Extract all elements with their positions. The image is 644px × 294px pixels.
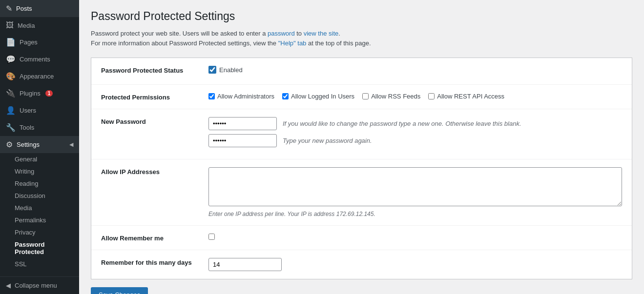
- submenu-general[interactable]: General: [0, 153, 79, 165]
- allow-logged-label[interactable]: Allow Logged In Users: [291, 93, 354, 100]
- status-label: Password Protected Status: [101, 66, 208, 74]
- remember-me-value: [208, 234, 622, 241]
- permission-allow-admins: Allow Administrators: [208, 93, 274, 100]
- settings-submenu: General Writing Reading Discussion Media…: [0, 153, 79, 270]
- description-line1: Password protect your web site. Users wi…: [91, 30, 340, 37]
- allow-admins-checkbox[interactable]: [208, 93, 215, 99]
- pages-icon: 📄: [6, 38, 16, 47]
- status-checkbox-row: Enabled: [208, 66, 622, 74]
- main-content: Password Protected Settings Password pro…: [79, 0, 644, 294]
- ip-addresses-value: Enter one IP address per line. Your IP i…: [208, 167, 622, 217]
- sidebar-item-label: Media: [18, 22, 35, 29]
- sidebar-item-posts[interactable]: ✎ Posts: [0, 0, 79, 17]
- remember-days-label: Remember for this many days: [101, 258, 208, 266]
- allow-admins-label[interactable]: Allow Administrators: [217, 93, 274, 100]
- sidebar-item-media[interactable]: 🖼 Media: [0, 17, 79, 34]
- users-icon: 👤: [6, 106, 16, 115]
- tools-icon: 🔧: [6, 123, 16, 132]
- submenu-privacy[interactable]: Privacy: [0, 226, 79, 238]
- settings-icon: ⚙: [6, 140, 13, 149]
- allow-rest-checkbox[interactable]: [428, 93, 435, 99]
- sidebar-item-comments[interactable]: 💬 Comments: [0, 51, 79, 68]
- new-password-input[interactable]: [208, 117, 277, 130]
- submenu-writing[interactable]: Writing: [0, 165, 79, 177]
- posts-icon: ✎: [6, 4, 12, 13]
- allow-logged-checkbox[interactable]: [282, 93, 289, 99]
- remember-days-input[interactable]: [208, 258, 282, 271]
- sidebar-item-users[interactable]: 👤 Users: [0, 102, 79, 119]
- password-confirm-row: Type your new password again.: [208, 134, 622, 147]
- allow-rest-label[interactable]: Allow REST API Access: [437, 93, 504, 100]
- sidebar-item-label: Plugins: [20, 90, 41, 97]
- sidebar-item-label: Settings: [17, 141, 40, 148]
- sidebar: ✎ Posts 🖼 Media 📄 Pages 💬 Comments 🎨 App…: [0, 0, 79, 294]
- submenu-ssl[interactable]: SSL: [0, 258, 79, 270]
- page-title: Password Protected Settings: [91, 10, 632, 23]
- new-password-label: New Password: [101, 117, 208, 125]
- permissions-value: Allow Administrators Allow Logged In Use…: [208, 93, 622, 100]
- sidebar-item-label: Users: [20, 107, 36, 114]
- remember-days-value: [208, 258, 622, 271]
- sidebar-item-appearance[interactable]: 🎨 Appearance: [0, 68, 79, 85]
- permissions-row: Protected Permissions Allow Administrato…: [91, 85, 632, 109]
- permission-allow-logged: Allow Logged In Users: [282, 93, 354, 100]
- settings-wrap: Password Protected Status Enabled Protec…: [91, 58, 632, 279]
- submenu-password-protected[interactable]: Password Protected: [0, 238, 79, 258]
- collapse-icon: ◀: [6, 282, 11, 289]
- settings-arrow-icon: ◀: [69, 141, 73, 148]
- confirm-password-input[interactable]: [208, 134, 277, 147]
- submenu-media[interactable]: Media: [0, 202, 79, 214]
- permission-allow-rest: Allow REST API Access: [428, 93, 504, 100]
- ip-addresses-textarea[interactable]: [208, 167, 622, 206]
- password-input-row: If you would like to change the password…: [208, 117, 622, 130]
- sidebar-item-label: Appearance: [20, 73, 54, 80]
- sidebar-item-label: Posts: [16, 5, 32, 12]
- remember-me-row: Allow Remember me: [91, 226, 632, 250]
- status-enabled-label[interactable]: Enabled: [219, 66, 243, 74]
- submenu-permalinks[interactable]: Permalinks: [0, 214, 79, 226]
- plugins-icon: 🔌: [6, 89, 16, 98]
- remember-me-label: Allow Remember me: [101, 234, 208, 242]
- view-link[interactable]: view the site: [304, 30, 339, 37]
- password-confirm-hint: Type your new password again.: [283, 137, 372, 144]
- sidebar-item-label: Comments: [20, 56, 50, 63]
- allow-rss-checkbox[interactable]: [362, 93, 369, 99]
- sidebar-item-plugins[interactable]: 🔌 Plugins 1: [0, 85, 79, 102]
- permission-allow-rss: Allow RSS Feeds: [362, 93, 420, 100]
- sidebar-item-label: Tools: [20, 124, 34, 131]
- comments-icon: 💬: [6, 55, 16, 64]
- password-link[interactable]: password: [268, 30, 295, 37]
- description-line2: For more information about Password Prot…: [91, 39, 371, 47]
- allow-rss-label[interactable]: Allow RSS Feeds: [371, 93, 420, 100]
- ip-addresses-row: Allow IP Addresses Enter one IP address …: [91, 159, 632, 226]
- new-password-value: If you would like to change the password…: [208, 117, 622, 151]
- status-value: Enabled: [208, 66, 622, 77]
- permissions-label: Protected Permissions: [101, 93, 208, 101]
- collapse-menu-button[interactable]: ◀ Collapse menu: [0, 276, 79, 294]
- submenu-discussion[interactable]: Discussion: [0, 190, 79, 202]
- collapse-label: Collapse menu: [15, 282, 57, 289]
- ip-addresses-label: Allow IP Addresses: [101, 167, 208, 176]
- status-row: Password Protected Status Enabled: [91, 58, 632, 85]
- save-changes-button[interactable]: Save Changes: [91, 287, 148, 294]
- sidebar-item-settings[interactable]: ⚙ Settings ◀: [0, 136, 79, 153]
- appearance-icon: 🎨: [6, 72, 16, 81]
- remember-me-checkbox[interactable]: [208, 234, 215, 240]
- ip-hint: Enter one IP address per line. Your IP i…: [208, 211, 622, 217]
- plugins-badge: 1: [45, 90, 53, 97]
- permissions-list: Allow Administrators Allow Logged In Use…: [208, 93, 622, 100]
- new-password-row: New Password If you would like to change…: [91, 109, 632, 159]
- sidebar-item-tools[interactable]: 🔧 Tools: [0, 119, 79, 136]
- submenu-reading[interactable]: Reading: [0, 177, 79, 190]
- media-icon: 🖼: [6, 21, 14, 30]
- status-enabled-checkbox[interactable]: [208, 66, 216, 74]
- sidebar-item-pages[interactable]: 📄 Pages: [0, 34, 79, 51]
- page-description: Password protect your web site. Users wi…: [91, 29, 632, 48]
- help-link[interactable]: "Help" tab: [278, 39, 307, 47]
- password-hint: If you would like to change the password…: [283, 120, 521, 127]
- remember-days-row: Remember for this many days: [91, 250, 632, 279]
- sidebar-item-label: Pages: [20, 39, 38, 46]
